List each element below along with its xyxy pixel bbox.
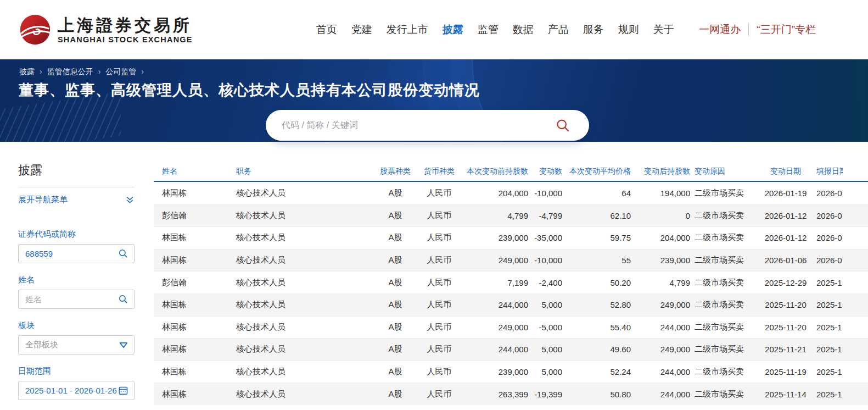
- column-header: 变动后持股数: [635, 167, 695, 176]
- table-cell: 核心技术人员: [228, 232, 373, 243]
- table-cell: 2026-0: [816, 233, 843, 242]
- table-cell: 2026-0: [816, 256, 843, 265]
- nav-item-1[interactable]: 党建: [351, 23, 372, 37]
- table-cell: 244,000: [461, 345, 533, 354]
- logo-text: 上海證券交易所 SHANGHAI STOCK EXCHANGE: [58, 16, 193, 44]
- table-cell: 194,000: [635, 189, 695, 198]
- table-cell: 50.20: [567, 278, 635, 287]
- table-cell: -4,799: [533, 211, 567, 220]
- date-range-field[interactable]: 2025-01-01 - 2026-01-26: [18, 381, 135, 400]
- code-filter-label: 证券代码或简称: [18, 229, 135, 240]
- breadcrumb-link[interactable]: 公司监管: [105, 67, 136, 76]
- table-cell: 2025-1: [816, 278, 843, 287]
- table-row: 林国栋核心技术人员A股人民币249,000-10,00055239,000二级市…: [154, 249, 868, 272]
- sse-logo[interactable]: 上海證券交易所 SHANGHAI STOCK EXCHANGE: [19, 14, 193, 46]
- global-search-input[interactable]: [266, 120, 556, 130]
- nav-item-6[interactable]: 产品: [548, 23, 569, 37]
- table-cell: 核心技术人员: [228, 344, 373, 354]
- date-range-label: 日期范围: [18, 366, 135, 376]
- table-cell: 2025-11-19: [755, 367, 816, 376]
- nav-item-0[interactable]: 首页: [316, 23, 337, 37]
- column-header: 变动原因: [695, 167, 755, 176]
- table-cell: 2025-11-14: [755, 390, 816, 399]
- column-header: 姓名: [154, 167, 228, 176]
- breadcrumb-link[interactable]: 监管信息公开: [47, 67, 93, 76]
- nav-item-8[interactable]: 规则: [618, 23, 639, 37]
- name-search-icon[interactable]: [118, 294, 128, 304]
- table-cell: 249,000: [635, 345, 695, 354]
- board-select[interactable]: 全部板块: [18, 335, 135, 354]
- table-cell: 249,000: [461, 256, 533, 265]
- table-cell: 249,000: [635, 300, 695, 309]
- nav-item-4[interactable]: 监管: [478, 23, 499, 37]
- table-cell: 204,000: [461, 189, 533, 198]
- sidebar-divider: [18, 187, 135, 187]
- table-cell: 人民币: [417, 389, 461, 400]
- table-cell: 52.80: [567, 300, 635, 309]
- nav-item-7[interactable]: 服务: [583, 23, 604, 37]
- links-divider: [748, 23, 749, 36]
- nav-item-2[interactable]: 发行上市: [387, 23, 428, 37]
- calendar-icon[interactable]: [118, 385, 128, 396]
- top-header: 上海證券交易所 SHANGHAI STOCK EXCHANGE 首页党建发行上市…: [0, 0, 868, 59]
- dropdown-triangle-icon: [119, 341, 128, 349]
- table-cell: 二级市场买卖: [695, 188, 755, 198]
- table-body: 林国栋核心技术人员A股人民币204,000-10,00064194,000二级市…: [154, 182, 868, 405]
- table-cell: 239,000: [635, 256, 695, 265]
- table-row: 彭信翰核心技术人员A股人民币7,199-2,40050.204,799二级市场买…: [154, 271, 868, 293]
- results-table: 姓名职务股票种类货币种类本次变动前持股数变动数本次变动平均价格变动后持股数变动原…: [154, 162, 868, 410]
- table-cell: 5,000: [533, 300, 567, 309]
- table-cell: 2026-0: [816, 189, 843, 198]
- link-sankaimen-column[interactable]: “三开门”专栏: [757, 23, 816, 37]
- name-filter-label: 姓名: [18, 275, 135, 285]
- name-filter-input[interactable]: [25, 295, 118, 304]
- table-cell: 52.24: [567, 367, 635, 376]
- table-cell: 二级市场买卖: [695, 255, 755, 265]
- nav-item-9[interactable]: 关于: [653, 23, 674, 37]
- table-cell: 249,000: [461, 323, 533, 332]
- table-cell: 二级市场买卖: [695, 367, 755, 377]
- code-search-icon[interactable]: [118, 248, 128, 259]
- column-header: 变动日期: [755, 167, 816, 176]
- table-cell: 2026-01-12: [755, 233, 816, 242]
- table-cell: 二级市场买卖: [695, 232, 755, 243]
- breadcrumb-link[interactable]: 披露: [19, 67, 35, 76]
- column-header: 货币种类: [417, 167, 461, 176]
- table-cell: 二级市场买卖: [695, 344, 755, 354]
- page: 上海證券交易所 SHANGHAI STOCK EXCHANGE 首页党建发行上市…: [0, 0, 868, 410]
- global-search: [266, 110, 589, 141]
- table-cell: 人民币: [417, 300, 461, 310]
- table-cell: 2026-01-06: [755, 256, 816, 265]
- table-cell: 2025-1: [816, 300, 843, 309]
- link-gov-service[interactable]: 一网通办: [699, 23, 741, 37]
- table-cell: A股: [373, 389, 417, 400]
- name-filter-field: [18, 290, 135, 309]
- nav-item-3[interactable]: 披露: [443, 23, 463, 37]
- column-header: 变动数: [533, 167, 567, 176]
- table-cell: 林国栋: [154, 367, 228, 377]
- search-icon[interactable]: [556, 118, 570, 133]
- table-cell: 二级市场买卖: [695, 389, 755, 400]
- expand-nav-menu[interactable]: 展开导航菜单: [18, 195, 135, 205]
- nav-item-5[interactable]: 数据: [513, 23, 534, 37]
- code-filter-input[interactable]: [25, 249, 118, 258]
- column-header: 本次变动前持股数: [461, 167, 533, 176]
- table-cell: 林国栋: [154, 322, 228, 333]
- table-cell: 人民币: [417, 367, 461, 377]
- table-cell: 55: [567, 256, 635, 265]
- table-cell: 林国栋: [154, 389, 228, 400]
- table-cell: 核心技术人员: [228, 300, 373, 310]
- table-cell: 204,000: [635, 233, 695, 242]
- table-cell: 人民币: [417, 232, 461, 243]
- table-cell: 239,000: [461, 367, 533, 376]
- table-cell: 人民币: [417, 188, 461, 198]
- table-cell: 4,799: [635, 278, 695, 287]
- table-cell: 5,000: [533, 345, 567, 354]
- table-cell: 5,000: [533, 367, 567, 376]
- table-cell: 二级市场买卖: [695, 322, 755, 333]
- table-cell: 2025-11-20: [755, 323, 816, 332]
- date-range-value: 2025-01-01 - 2026-01-26: [25, 386, 118, 395]
- table-cell: 人民币: [417, 255, 461, 265]
- table-cell: 64: [567, 189, 635, 198]
- table-cell: 核心技术人员: [228, 389, 373, 400]
